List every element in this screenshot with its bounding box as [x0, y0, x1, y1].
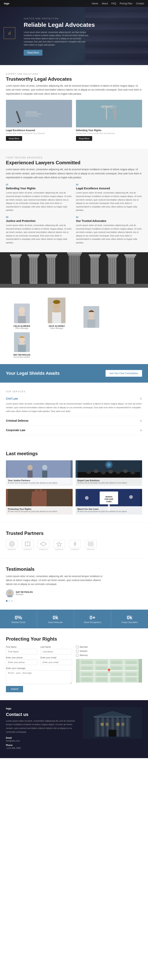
svg-rect-57 [110, 258, 111, 282]
phone-input[interactable] [6, 660, 38, 665]
form-group-phone: Enter your phone [6, 656, 38, 665]
checkbox-attorney: Attorney [76, 654, 142, 657]
submit-button[interactable]: Submit [6, 686, 23, 692]
lawyer-text-2: Lorem ipsum dolor sit amet, consectetur … [6, 224, 72, 245]
dot-2[interactable] [11, 600, 13, 602]
team-avatar-1 [48, 298, 65, 323]
meeting-card-3: MARCH FOR OUR LIVES March For Our Lives … [76, 489, 142, 515]
svg-rect-64 [128, 258, 129, 282]
contact-phone-item: Phone +123-456-7890 [6, 744, 77, 749]
stat-item-3: 0k Unique Specialties [111, 609, 148, 628]
partner-logo-3 [53, 540, 65, 548]
trustworthy-card-0: Legal Excellence Assured Sample title: C… [6, 100, 72, 141]
hero-text: Lorem ipsum dolor sitamet, consectetur a… [24, 31, 91, 46]
team-grid: CELIA ALMEIDA Office Manager JACK ALVARE… [6, 298, 142, 358]
svg-rect-50 [92, 258, 93, 282]
svg-point-13 [113, 109, 117, 115]
card-btn-0[interactable]: Read More [6, 136, 22, 141]
firstname-input[interactable] [6, 649, 38, 654]
svg-rect-122 [88, 542, 90, 544]
form-group-email: Enter your email [40, 656, 72, 665]
trustworthy-cards: Legal Excellence Assured Sample title: C… [6, 100, 142, 141]
nav-faq[interactable]: FAQ [111, 2, 116, 5]
nav-about[interactable]: About [102, 2, 108, 5]
svg-rect-161 [121, 717, 124, 737]
svg-point-97 [123, 469, 127, 473]
svg-rect-79 [18, 344, 26, 352]
svg-rect-67 [0, 284, 148, 288]
svg-rect-20 [11, 258, 13, 282]
dot-0[interactable] [6, 600, 8, 602]
lawyer-num-0: 01 [6, 183, 72, 186]
team-role-0: Office Manager [6, 327, 38, 329]
hero-cta-button[interactable]: Read More [24, 50, 43, 56]
svg-point-116 [11, 543, 13, 545]
partner-label-1: CONTACT [22, 549, 33, 550]
partner-label-0: CONTACT [6, 549, 18, 550]
svg-rect-84 [88, 317, 94, 320]
svg-text:FOR OUR: FOR OUR [105, 498, 113, 500]
card-title-0: Legal Excellence Assured [6, 129, 72, 132]
svg-rect-19 [10, 254, 22, 256]
nav-logo[interactable]: logo [4, 2, 9, 5]
svg-rect-141 [96, 667, 107, 670]
nav-home[interactable]: Home [92, 2, 98, 5]
contact-form-section: Protecting Your Rights First Name Last N… [0, 628, 148, 700]
footer-building-image [83, 707, 142, 738]
checkbox-attorney-input[interactable] [76, 654, 78, 657]
svg-rect-66 [132, 258, 133, 282]
services-section: OUR SERVICES Civil Law ∧ Lorem ipsum dol… [0, 383, 148, 443]
svg-rect-105 [43, 490, 46, 495]
testimonial-role: Manager [16, 593, 33, 595]
testimonial-name: NAT REYNOLDS [16, 591, 33, 593]
svg-rect-49 [91, 258, 91, 282]
checkbox-barrister-input[interactable] [76, 646, 78, 648]
svg-point-113 [85, 496, 89, 500]
team-name-1: JACK ALVAREZ [41, 325, 72, 327]
svg-rect-21 [13, 258, 14, 282]
lawyer-num-3: 04 [76, 216, 142, 218]
lastname-label: Last Name [40, 646, 72, 648]
svg-point-98 [130, 471, 135, 474]
nav-contact[interactable]: Contact [136, 2, 144, 5]
checkbox-solicitor-input[interactable] [76, 650, 78, 652]
partner-logo-4 [69, 540, 81, 548]
svg-rect-3 [25, 111, 37, 112]
svg-rect-22 [15, 258, 16, 282]
lastname-input[interactable] [40, 649, 72, 654]
svg-point-114 [129, 495, 133, 499]
footer-logo: logo [6, 707, 77, 710]
checkboxes-group: Barrister Solicitor Attorney [76, 646, 142, 657]
svg-rect-35 [49, 258, 50, 282]
email-input[interactable] [40, 660, 72, 665]
stat-num-3: 0k [115, 614, 144, 620]
message-textarea[interactable] [6, 670, 72, 684]
dot-1[interactable] [8, 600, 10, 602]
experienced-section: YOUR TRUSTED ADVOCATES Experienced Lawye… [0, 149, 148, 252]
svg-point-96 [116, 470, 120, 474]
chevron-down-icon-2: ∨ [140, 428, 142, 432]
card-title-1: Defending Your Rights [76, 129, 142, 132]
service-header-1[interactable]: Criminal Defense ∨ [6, 419, 142, 423]
svg-rect-166 [105, 723, 108, 726]
testimonial-avatar [6, 589, 14, 597]
partner-label-4: CONTACT [69, 549, 81, 550]
meeting-text-0: At vero eos et accusam et justo duo dolo… [8, 482, 71, 484]
trustworthy-section: EXPERT LAW SOLUTIONS Trustworthy Legal A… [0, 65, 148, 149]
svg-rect-34 [47, 258, 48, 282]
team-avatar-0 [14, 304, 30, 323]
svg-rect-144 [111, 661, 122, 664]
service-header-2[interactable]: Corporate Law ∨ [6, 428, 142, 432]
meeting-caption-2: Protecting Your Rights At vero eos et ac… [6, 506, 73, 515]
svg-rect-28 [31, 258, 32, 282]
contact-email-item: Email info@site.com [6, 737, 77, 742]
hero-content: JUSTICE AND PROTECTION Reliable Legal Ad… [6, 4, 99, 62]
nav-pricing[interactable]: Pricing Plan [120, 2, 132, 5]
service-header-0[interactable]: Civil Law ∧ [6, 397, 142, 400]
stat-item-2: 0+ Award Recognitions [74, 609, 111, 628]
partner-5: CONTACT [85, 540, 97, 550]
trustworthy-card-1: Defending Your Rights Sample title: Clic… [76, 100, 142, 141]
meetings-title: Last meetings [6, 451, 142, 457]
card-btn-1[interactable]: Read More [76, 136, 92, 141]
cta-button[interactable]: Get Your Free Consultation [105, 370, 142, 377]
